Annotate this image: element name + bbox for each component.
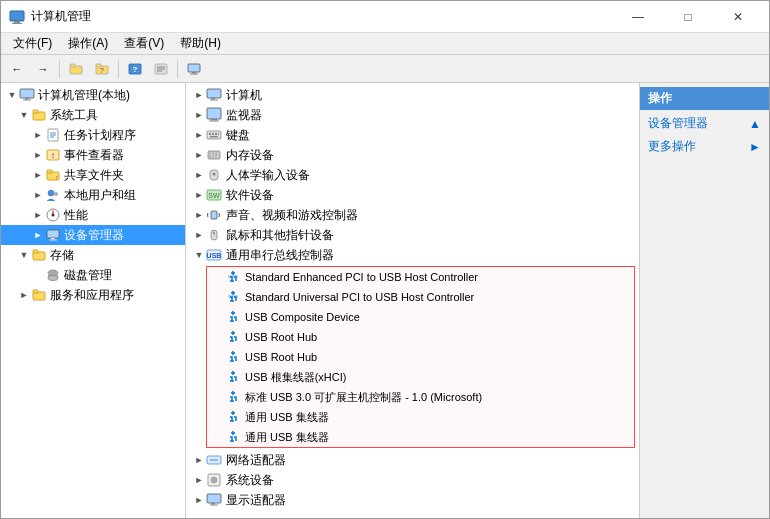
device-software[interactable]: ► SW 软件设备 (186, 185, 639, 205)
folder-button[interactable]: ? (90, 58, 114, 80)
shared-expand[interactable]: ► (31, 168, 45, 182)
device-monitor[interactable]: ► 监视器 (186, 105, 639, 125)
display-device-icon (206, 492, 222, 508)
users-expand[interactable]: ► (31, 188, 45, 202)
main-area: ▼ 计算机管理(本地) ▼ (1, 83, 769, 518)
device-usb-hub-2[interactable]: 通用 USB 集线器 (207, 427, 634, 447)
memory-expand[interactable]: ► (192, 148, 206, 162)
usb-hub1-icon (225, 409, 241, 425)
forward-button[interactable]: → (31, 58, 55, 80)
device-expand[interactable]: ► (31, 228, 45, 242)
menu-help[interactable]: 帮助(H) (172, 33, 229, 54)
tree-item-tasks[interactable]: ► 任务计划程序 (1, 125, 185, 145)
shared-label: 共享文件夹 (64, 167, 124, 184)
device-network[interactable]: ► 网络适配器 (186, 450, 639, 470)
shared-icon: ↑ (45, 167, 61, 183)
tree-item-users[interactable]: ► 本地用户和组 (1, 185, 185, 205)
mouse-expand[interactable]: ► (192, 228, 206, 242)
system-device-icon (206, 472, 222, 488)
menu-action[interactable]: 操作(A) (60, 33, 116, 54)
hid-expand[interactable]: ► (192, 168, 206, 182)
menu-view[interactable]: 查看(V) (116, 33, 172, 54)
perf-expand[interactable]: ► (31, 208, 45, 222)
device-audio[interactable]: ► 声音、视频和游戏控制器 (186, 205, 639, 225)
usb-universal-icon (225, 289, 241, 305)
tree-item-shared[interactable]: ► ↑ 共享文件夹 (1, 165, 185, 185)
device-system[interactable]: ► 系统设备 (186, 470, 639, 490)
tree-root[interactable]: ▼ 计算机管理(本地) (1, 85, 185, 105)
hid-device-icon (206, 167, 222, 183)
device-usb-hub-1[interactable]: 通用 USB 集线器 (207, 407, 634, 427)
help-button[interactable]: ? (123, 58, 147, 80)
action-more[interactable]: 更多操作 ► (640, 135, 769, 158)
up-button[interactable] (64, 58, 88, 80)
tasks-expand[interactable]: ► (31, 128, 45, 142)
back-button[interactable]: ← (5, 58, 29, 80)
network-expand[interactable]: ► (192, 453, 206, 467)
svg-point-76 (211, 477, 217, 483)
computer-expand[interactable]: ► (192, 88, 206, 102)
tree-item-events[interactable]: ► ! 事件查看器 (1, 145, 185, 165)
computer-button[interactable] (182, 58, 206, 80)
device-usb-universal[interactable]: Standard Universal PCI to USB Host Contr… (207, 287, 634, 307)
tree-item-services[interactable]: ► 服务和应用程序 (1, 285, 185, 305)
usb-hub1-label: 通用 USB 集线器 (245, 410, 329, 425)
menu-bar: 文件(F) 操作(A) 查看(V) 帮助(H) (1, 33, 769, 55)
maximize-button[interactable]: □ (665, 3, 711, 31)
usb-enhanced-label: Standard Enhanced PCI to USB Host Contro… (245, 271, 478, 283)
display-expand[interactable]: ► (192, 493, 206, 507)
menu-file[interactable]: 文件(F) (5, 33, 60, 54)
services-expand[interactable]: ► (17, 288, 31, 302)
software-expand[interactable]: ► (192, 188, 206, 202)
tree-item-system-tools[interactable]: ▼ 系统工具 (1, 105, 185, 125)
keyboard-expand[interactable]: ► (192, 128, 206, 142)
tree-item-disk[interactable]: 磁盘管理 (1, 265, 185, 285)
device-usb-root[interactable]: ▼ USB 通用串行总线控制器 (186, 245, 639, 265)
events-expand[interactable]: ► (31, 148, 45, 162)
svg-rect-51 (207, 131, 221, 139)
device-usb-root-hub-1[interactable]: USB Root Hub (207, 327, 634, 347)
center-panel: ► 计算机 ► (186, 83, 639, 518)
properties-button[interactable] (149, 58, 173, 80)
monitor-expand[interactable]: ► (192, 108, 206, 122)
device-mouse[interactable]: ► 鼠标和其他指针设备 (186, 225, 639, 245)
tree-item-device-manager[interactable]: ► 设备管理器 (1, 225, 185, 245)
svg-rect-4 (70, 64, 75, 67)
device-usb-xhci[interactable]: USB 根集线器(xHCI) (207, 367, 634, 387)
storage-expand[interactable]: ▼ (17, 248, 31, 262)
usb-expand[interactable]: ▼ (192, 248, 206, 262)
enhanced-expand (211, 270, 225, 284)
root-expand-icon[interactable]: ▼ (5, 88, 19, 102)
system-expand[interactable]: ► (192, 473, 206, 487)
device-display[interactable]: ► 显示适配器 (186, 490, 639, 510)
device-keyboard[interactable]: ► 键盘 (186, 125, 639, 145)
device-usb-composite[interactable]: USB Composite Device (207, 307, 634, 327)
device-memory[interactable]: ► 内存设备 (186, 145, 639, 165)
device-hid[interactable]: ► 人体学输入设备 (186, 165, 639, 185)
svg-rect-79 (210, 505, 218, 506)
tree-item-perf[interactable]: ► 性能 (1, 205, 185, 225)
svg-rect-78 (211, 503, 215, 505)
computer-device-label: 计算机 (226, 87, 262, 104)
svg-point-31 (48, 190, 54, 196)
usb-root-hub2-icon (225, 349, 241, 365)
events-label: 事件查看器 (64, 147, 124, 164)
device-usb-root-hub-2[interactable]: USB Root Hub (207, 347, 634, 367)
close-button[interactable]: ✕ (715, 3, 761, 31)
svg-text:?: ? (133, 65, 138, 74)
memory-device-icon (206, 147, 222, 163)
events-icon: ! (45, 147, 61, 163)
svg-point-62 (213, 173, 216, 176)
svg-rect-45 (207, 89, 221, 98)
svg-rect-14 (188, 64, 200, 72)
device-usb-30[interactable]: 标准 USB 3.0 可扩展主机控制器 - 1.0 (Microsoft) (207, 387, 634, 407)
audio-expand[interactable]: ► (192, 208, 206, 222)
device-computer[interactable]: ► 计算机 (186, 85, 639, 105)
svg-rect-37 (49, 240, 57, 241)
action-device-manager[interactable]: 设备管理器 ▲ (640, 112, 769, 135)
tree-item-storage[interactable]: ▼ 存储 (1, 245, 185, 265)
device-usb-enhanced[interactable]: Standard Enhanced PCI to USB Host Contro… (207, 267, 634, 287)
perf-icon (45, 207, 61, 223)
minimize-button[interactable]: — (615, 3, 661, 31)
system-tools-expand[interactable]: ▼ (17, 108, 31, 122)
